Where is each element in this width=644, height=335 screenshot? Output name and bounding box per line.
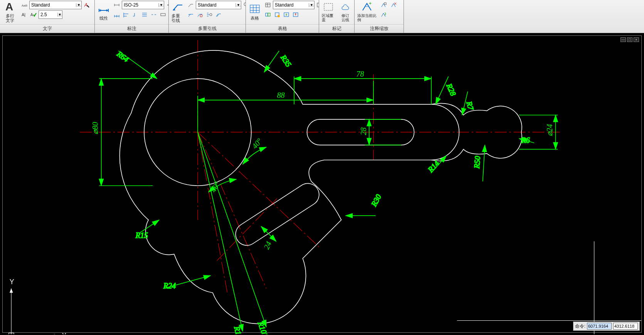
dim-d24: ⌀24 [545,124,554,136]
dim-28: 28 [359,127,368,135]
svg-point-9 [210,13,212,16]
table-button[interactable]: 表格 [247,1,262,22]
ucs-y: Y [10,278,14,286]
svg-rect-14 [268,13,270,16]
table-style-value[interactable] [273,1,309,9]
svg-text:A: A [5,1,13,13]
svg-line-50 [435,77,448,104]
panel-title-mleader[interactable]: 多重引线 [169,24,245,33]
panel-title-dim[interactable]: 标注 [95,24,168,33]
text-ai-icon[interactable]: A| [20,10,29,19]
mleader-button[interactable]: 多重引线 [170,1,185,22]
text-height-value[interactable] [39,11,57,18]
table-style-icon[interactable] [264,1,272,9]
dim-r7: R7 [465,100,476,111]
svg-text:A: A [84,2,87,8]
svg-point-8 [200,15,202,17]
panel-title-text[interactable]: 文字 [0,24,94,33]
panel-title-markup[interactable]: 标记 [319,24,354,33]
table-extract-button[interactable] [273,10,281,19]
svg-line-58 [198,132,266,327]
panel-dimension: 线性 ▼ [95,0,169,33]
svg-rect-6 [161,13,165,16]
svg-text:A: A [30,13,33,17]
table-upload-button[interactable] [291,10,300,19]
text-style-combo[interactable]: ▼ [29,1,82,9]
coord-x-input[interactable] [587,323,612,330]
ucs-icon: Y X [9,278,67,335]
dropdown-arrow-icon[interactable]: ▼ [235,3,241,7]
text-check-button[interactable]: A [29,10,38,19]
svg-text:+: + [369,1,372,6]
text-height-combo[interactable]: ▼ [39,10,62,19]
dim-r126: R126 [232,325,245,335]
dim-style-icon[interactable] [113,1,121,9]
mtext-button[interactable]: A 多行 文字 [2,1,18,22]
dim-r64: R64 [115,49,131,64]
panel-title-table[interactable]: 表格 [246,24,319,33]
panel-annoscale: + 添加当前比例 注释缩放 [355,0,404,33]
svg-line-53 [483,145,485,182]
text-style-icon[interactable]: AaBb [20,1,29,9]
dim-tolerance-button[interactable] [159,10,167,19]
dropdown-arrow-icon[interactable]: ▼ [76,3,81,7]
mleader-remove-button[interactable] [196,10,204,19]
dim-style-value[interactable] [122,1,158,9]
dim-break-button[interactable] [150,10,158,19]
dim-24: 24 [262,240,273,250]
mleader-add-button[interactable] [187,10,195,19]
dim-r28: R28 [445,82,458,97]
dropdown-arrow-icon[interactable]: ▼ [309,3,314,7]
table-download-button[interactable] [282,10,291,19]
dim-r15: R15 [135,231,148,240]
linear-dim-label: 线性 [99,16,108,20]
table-style-combo[interactable]: ▼ [273,1,314,9]
mleader-collect-button[interactable] [214,10,223,19]
dim-r50: R50 [472,156,482,169]
revcloud-label: 修订 云线 [341,13,349,22]
table-link-button[interactable] [264,10,272,19]
panel-title-annoscale[interactable]: 注释缩放 [355,24,404,33]
mleader-style-combo[interactable]: ▼ [196,1,241,9]
annoscale-del-button[interactable] [389,1,398,9]
drawing-area[interactable]: — □ × [0,33,644,335]
dim-style-combo[interactable]: ▼ [122,1,164,9]
mleader-style-value[interactable] [196,1,235,9]
svg-point-16 [277,15,280,17]
svg-line-30 [217,199,277,261]
panel-markup: 区域覆盖 修订 云线 标记 [319,0,355,33]
svg-line-47 [261,226,276,241]
mleader-style-icon[interactable] [187,1,195,9]
drawing-svg: ⌀80 88 78 28 ⌀24 24 [3,36,641,335]
annoscale-list-button[interactable] [379,1,388,9]
linear-dim-button[interactable]: 线性 [96,1,111,22]
wipeout-label: 区域覆盖 [322,13,335,22]
dim-continue-button[interactable] [113,10,121,19]
text-style-value[interactable] [30,1,76,9]
wipeout-button[interactable]: 区域覆盖 [321,1,336,22]
addscale-label: 添加当前比例 [357,13,377,22]
svg-rect-11 [266,3,270,7]
revcloud-button[interactable]: 修订 云线 [338,1,353,22]
annoscale-sync-button[interactable] [379,10,388,19]
table-label: 表格 [251,16,259,20]
mleader-label: 多重引线 [172,13,184,23]
dim-r6: R6 [521,136,530,144]
dropdown-arrow-icon[interactable]: ▼ [57,13,62,17]
coord-y-input[interactable] [613,323,638,330]
mleader-align-button[interactable] [205,10,214,19]
dim-baseline-button[interactable] [122,10,130,19]
dim-ordinate-button[interactable] [131,10,140,19]
mtext-label: 多行 文字 [6,13,14,23]
dropdown-arrow-icon[interactable]: ▼ [158,3,164,7]
dim-quick-button[interactable] [140,10,149,19]
dim-78: 78 [356,70,364,78]
dim-r102: R102 [256,320,270,335]
find-text-button[interactable]: A [82,1,91,9]
svg-line-49 [264,51,279,72]
dim-r35: R35 [279,53,293,69]
svg-rect-19 [324,3,333,10]
command-coord-bar: 命令: [573,322,640,331]
svg-line-28 [198,132,266,288]
addscale-button[interactable]: + 添加当前比例 [356,1,378,22]
